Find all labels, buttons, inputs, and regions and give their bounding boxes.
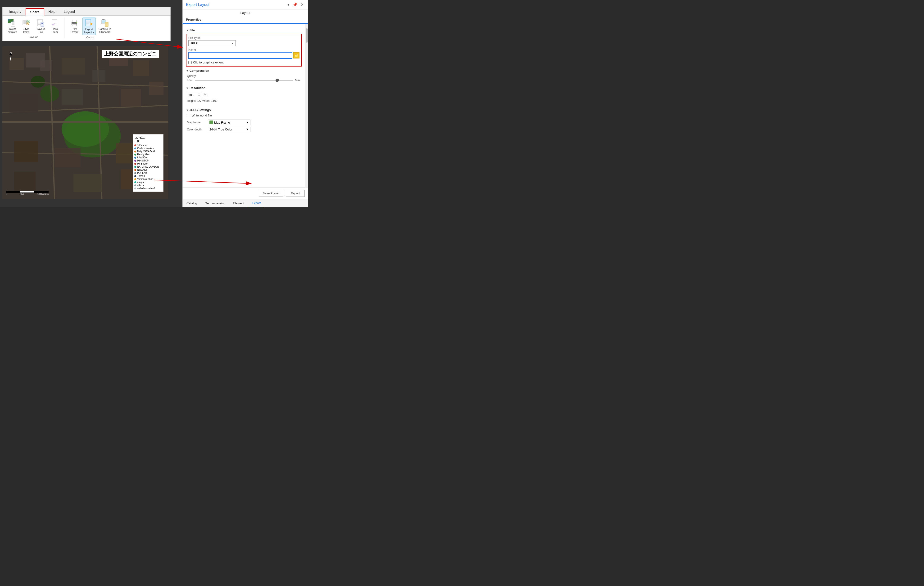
list-item: call other values! [134, 187, 162, 190]
svg-point-48 [62, 111, 109, 147]
svg-point-49 [40, 85, 59, 102]
bottom-tabs: Catalog Geoprocessing Element Export [183, 199, 308, 207]
map-frame-label: Map frame [187, 121, 206, 124]
panel-body: ▼ File File Type JPEG ▼ Name [183, 24, 305, 187]
save-preset-button[interactable]: Save Preset [259, 190, 284, 197]
compression-section: Quality Low Max [186, 74, 302, 84]
svg-rect-39 [105, 22, 108, 26]
tab-imagery[interactable]: Imagery [5, 8, 26, 15]
max-label: Max [295, 79, 301, 82]
color-depth-select[interactable]: 24-bit True Color ▼ [208, 127, 251, 132]
svg-rect-2 [11, 22, 15, 26]
panel-minimize-btn[interactable]: ▾ [286, 2, 290, 7]
btn-capture-clipboard[interactable]: Capture ToClipboard [97, 18, 113, 35]
file-type-row: File Type JPEG ▼ [188, 36, 299, 46]
panel-scrollbar[interactable] [305, 24, 308, 187]
file-type-label: File Type [188, 36, 299, 40]
btn-style-items[interactable]: StyleItems [20, 18, 33, 35]
svg-rect-6 [23, 20, 26, 25]
svg-rect-62 [10, 94, 38, 112]
legend-box: コンビニ一覧 7-Eleven Circle K sunkus Daily YA… [133, 134, 163, 192]
dpi-up-btn[interactable]: ▲ [198, 92, 200, 95]
btn-export-layout[interactable]: ExportLayout ▾ [82, 18, 96, 35]
btn-project-template[interactable]: ProjectTemplate [5, 18, 18, 35]
panel-title: Export Layout [186, 3, 210, 7]
write-world-file-row: Write world file [187, 114, 301, 117]
svg-point-28 [76, 22, 77, 23]
name-row: Name 📁 [188, 48, 299, 59]
svg-rect-65 [14, 141, 38, 162]
color-depth-label: Color depth [187, 128, 206, 131]
svg-marker-45 [104, 19, 105, 20]
map-area: 上野公園周辺のコンビニ N 0 150 300 [2, 46, 168, 199]
list-item: Yamazaki shop [134, 178, 162, 180]
btn-task-item[interactable]: TaskItem [49, 18, 62, 35]
map-frame-value: Map Frame [214, 121, 230, 124]
export-panel: Export Layout ▾ 📌 ✕ Layout Properties ▼ … [182, 0, 308, 207]
svg-marker-43 [103, 19, 104, 20]
tab-geoprocessing[interactable]: Geoprocessing [201, 199, 229, 207]
folder-browse-btn[interactable]: 📁 [293, 52, 299, 58]
map-frame-dropdown-arrow: ▼ [246, 121, 249, 124]
btn-layout-file[interactable]: LayoutFile [35, 18, 47, 35]
write-world-file-checkbox[interactable] [187, 114, 190, 117]
quality-slider[interactable] [195, 80, 293, 81]
file-section-header: ▼ File [186, 28, 302, 32]
compression-section-header: ▼ Compression [186, 69, 302, 72]
ribbon-content: ProjectTemplate [3, 16, 170, 41]
project-template-icon [7, 18, 16, 27]
export-layout-icon [85, 19, 93, 27]
file-type-select[interactable]: JPEG ▼ [188, 40, 236, 46]
svg-rect-27 [73, 25, 75, 25]
dpi-down-btn[interactable]: ▼ [198, 95, 200, 97]
ribbon: Imagery Share Help Legend [2, 7, 171, 41]
clip-checkbox[interactable] [188, 61, 192, 64]
tab-legend[interactable]: Legend [59, 8, 79, 15]
capture-icon [101, 18, 109, 27]
resolution-section: ▲ ▼ DPI Height: 827 Width: 1169 [186, 92, 302, 106]
panel-pin-btn[interactable]: 📌 [292, 2, 298, 7]
properties-tab-label[interactable]: Properties [186, 18, 201, 23]
panel-subtitle: Layout [183, 10, 308, 16]
tab-export[interactable]: Export [248, 199, 265, 207]
scrollbar-thumb [306, 28, 308, 43]
file-section: File Type JPEG ▼ Name 📁 [186, 34, 302, 66]
svg-rect-74 [149, 82, 163, 95]
svg-rect-59 [62, 58, 85, 74]
svg-marker-76 [10, 57, 12, 61]
dpi-value-input[interactable] [188, 93, 197, 97]
ribbon-group-save-as: ProjectTemplate [5, 18, 64, 38]
svg-rect-70 [73, 174, 102, 192]
panel-footer: Save Preset Export [183, 187, 308, 199]
list-item: Family Mart [134, 153, 162, 156]
svg-marker-75 [10, 51, 12, 56]
print-icon [70, 18, 79, 27]
tab-share[interactable]: Share [26, 8, 44, 15]
svg-marker-36 [91, 23, 93, 25]
color-depth-dropdown-arrow: ▼ [246, 128, 249, 131]
ribbon-group-output: PrintLayout [68, 18, 115, 39]
map-frame-select[interactable]: Map Frame ▼ [208, 120, 251, 125]
svg-rect-64 [121, 89, 141, 107]
tab-help[interactable]: Help [44, 8, 60, 15]
name-input[interactable] [188, 52, 292, 59]
map-frame-icon [210, 120, 213, 124]
tab-element[interactable]: Element [229, 199, 248, 207]
map-scalebar: 0 150 300 Meters [6, 191, 49, 195]
style-items-icon [22, 18, 31, 27]
save-as-label: Save As [29, 36, 38, 38]
tab-catalog[interactable]: Catalog [183, 199, 201, 207]
layout-file-icon [36, 18, 45, 27]
list-item: My Basket [134, 163, 162, 165]
list-item: Circle K sunkus [134, 147, 162, 150]
output-label: Output [86, 36, 94, 39]
ribbon-tabs: Imagery Share Help Legend [3, 7, 170, 16]
panel-close-btn[interactable]: ✕ [300, 2, 305, 7]
export-button[interactable]: Export [286, 190, 305, 197]
svg-rect-69 [14, 172, 36, 191]
svg-rect-17 [41, 22, 44, 26]
write-world-file-label: Write world file [192, 114, 212, 117]
list-item: 7-Eleven [134, 144, 162, 146]
btn-print-layout[interactable]: PrintLayout [68, 18, 81, 35]
jpeg-settings-section: Write world file Map frame Map Frame ▼ [186, 114, 302, 135]
